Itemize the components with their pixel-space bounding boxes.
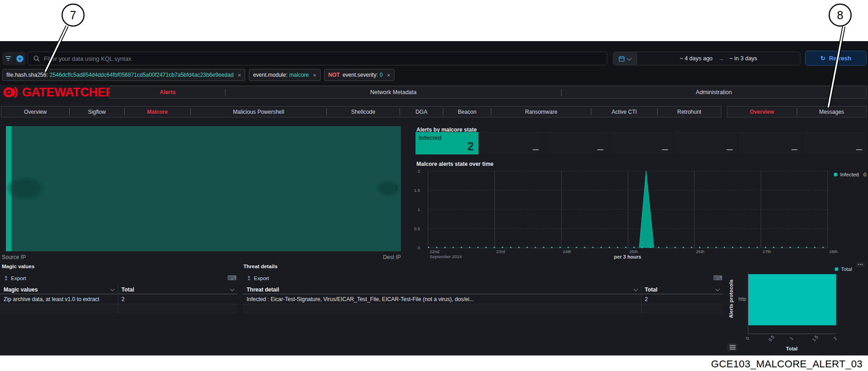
- threat-column-divider: [641, 285, 642, 313]
- refresh-button[interactable]: ↻ Refresh: [805, 51, 867, 66]
- tab-right-overview[interactable]: Overview: [727, 106, 797, 117]
- column-header-label: Total: [645, 286, 658, 293]
- state-card-infected[interactable]: Infected2: [416, 132, 479, 154]
- keyboard-icon[interactable]: ⌨: [227, 275, 237, 281]
- sankey-source-axis-label: Source IP: [2, 254, 26, 260]
- state-card-empty[interactable]: —: [739, 132, 802, 154]
- x-tick-label: 23rd: [496, 249, 505, 254]
- main-nav-alerts[interactable]: Alerts: [110, 86, 225, 98]
- state-card-empty[interactable]: —: [674, 132, 737, 154]
- column-header-total[interactable]: Total: [118, 286, 237, 293]
- search-placeholder: Filter your data using KQL syntax: [44, 55, 132, 62]
- pill-field: file.hash.sha256:: [6, 72, 48, 78]
- state-card-empty[interactable]: —: [545, 132, 608, 154]
- remove-filter-icon[interactable]: ×: [387, 72, 390, 79]
- magic-table-row: Zip archive data, at least v1.0 to extra…: [0, 294, 237, 304]
- saved-query-button[interactable]: [2, 52, 14, 65]
- tab-sigflow[interactable]: Sigflow: [70, 106, 124, 117]
- bar-x-tick-label: 1: [789, 336, 794, 341]
- kql-search-input[interactable]: Filter your data using KQL syntax: [27, 52, 607, 65]
- tab-right-messages[interactable]: Messages: [797, 106, 867, 117]
- export-label: Export: [254, 276, 269, 281]
- callout-circle-7: [62, 4, 84, 26]
- tab-malcore[interactable]: Malcore: [125, 106, 190, 117]
- date-to[interactable]: ~ in 3 days: [730, 55, 758, 62]
- threat-export-button[interactable]: ↥ Export: [247, 275, 269, 281]
- x-tick-label: 24th: [563, 249, 572, 254]
- brand-name: GATEWATCHER: [22, 85, 114, 100]
- screenshot-stage: + Filter your data using KQL syntax: [0, 0, 868, 371]
- bar-x-tick-label: 0.5: [767, 334, 775, 343]
- tab-active-cti[interactable]: Active CTI: [591, 106, 657, 117]
- filter-icon: [5, 56, 11, 61]
- time-chart-title: Malcore alerts state over time: [416, 161, 494, 167]
- state-card-label: Infected: [419, 134, 442, 141]
- legend-label: Infected: [840, 172, 859, 177]
- calendar-menu-button[interactable]: [613, 52, 637, 65]
- export-label: Export: [11, 276, 26, 281]
- state-card-empty[interactable]: —: [610, 132, 673, 154]
- state-card-empty-value: —: [532, 146, 538, 153]
- y-tick-label: 1: [418, 207, 420, 212]
- x-tick-label: 22nd: [430, 249, 439, 254]
- magic-zebra-row: [0, 304, 237, 313]
- sankey-chart[interactable]: ): [6, 126, 401, 251]
- state-card-empty-value: —: [791, 146, 797, 153]
- export-icon: ↥: [247, 275, 251, 281]
- callout-number-8: 8: [837, 9, 843, 21]
- time-chart-plot[interactable]: [428, 171, 827, 248]
- bar-legend[interactable]: Total: [835, 266, 852, 272]
- column-header-total[interactable]: Total: [641, 286, 723, 293]
- sort-chevron-icon[interactable]: [110, 286, 115, 291]
- sankey-link[interactable]: [11, 126, 401, 251]
- y-tick-label: 1.5: [414, 188, 420, 193]
- main-nav-administration[interactable]: Administration: [562, 86, 866, 98]
- legend-dot-icon: [835, 267, 838, 271]
- remove-filter-icon[interactable]: ×: [313, 72, 316, 79]
- table-cell: Infected : Eicar-Test-Signature, Virus/E…: [243, 296, 641, 302]
- sankey-dest-axis-label: Dest IP: [355, 254, 401, 260]
- column-header-magic-values[interactable]: Magic values: [0, 286, 118, 293]
- tab-shellcode[interactable]: Shellcode: [327, 106, 400, 117]
- filter-button-group: +: [2, 52, 26, 65]
- tab-overview[interactable]: Overview: [1, 106, 69, 117]
- time-chart-legend[interactable]: Infected 0: [834, 172, 866, 177]
- sort-chevron-icon[interactable]: [230, 286, 235, 291]
- legend-toggle-button[interactable]: [727, 343, 738, 351]
- filter-pill-hash[interactable]: file.hash.sha256: 2546dcffc5ad854d4ddc64…: [2, 69, 245, 81]
- tab-dga[interactable]: DGA: [400, 106, 443, 117]
- refresh-icon: ↻: [821, 55, 826, 62]
- main-nav-network-metadata[interactable]: Network Metadata: [226, 86, 561, 98]
- column-header-label: Threat detail: [247, 286, 279, 293]
- bar-x-axis-title: Total: [748, 346, 836, 351]
- panel-options-icon[interactable]: •••: [857, 262, 865, 267]
- column-header-threat-detail[interactable]: Threat detail: [243, 286, 641, 293]
- keyboard-icon[interactable]: ⌨: [713, 275, 722, 281]
- remove-filter-icon[interactable]: ×: [238, 72, 242, 79]
- x-tick-label: 25th: [630, 249, 638, 254]
- state-card-empty[interactable]: —: [804, 132, 867, 154]
- figure-caption: GCE103_MALCORE_ALERT_03: [711, 358, 863, 370]
- x-tick-label: 28th: [829, 249, 838, 254]
- date-from[interactable]: ~ 4 days ago: [680, 55, 713, 62]
- tab-retrohunt[interactable]: Retrohunt: [658, 106, 721, 117]
- x-tick-label: 27th: [763, 249, 771, 254]
- tab-ransomware[interactable]: Ransomware: [491, 106, 591, 117]
- filter-pill-module[interactable]: event.module: malcore ×: [249, 69, 321, 81]
- sort-chevron-icon[interactable]: [715, 286, 720, 291]
- magic-panel-title: Magic values: [2, 264, 35, 269]
- add-filter-button[interactable]: +: [14, 52, 26, 65]
- tab-beacon[interactable]: Beacon: [443, 106, 491, 117]
- time-chart-axis-title: per 3 hours: [428, 254, 827, 260]
- sort-chevron-icon[interactable]: [634, 286, 638, 291]
- filter-pill-severity[interactable]: NOT event.severity: 0 ×: [324, 69, 395, 81]
- state-card-empty-value: —: [856, 146, 862, 153]
- http-total-bar[interactable]: [748, 274, 836, 325]
- state-card-empty[interactable]: —: [480, 132, 543, 154]
- tab-malicious-powershell[interactable]: Malicious Powershell: [191, 106, 327, 117]
- callout-circle-8: [829, 4, 851, 26]
- magic-export-button[interactable]: ↥ Export: [4, 275, 26, 281]
- bar-x-tick-label: 0: [745, 336, 750, 341]
- threat-panel-title: Threat details: [243, 264, 278, 269]
- date-range-picker[interactable]: ~ 4 days ago → ~ in 3 days: [613, 52, 800, 65]
